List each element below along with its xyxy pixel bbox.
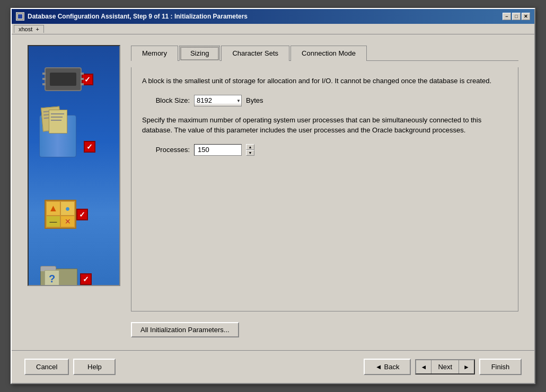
next-label[interactable]: Next xyxy=(431,360,459,373)
sidebar-item-2: ✓ xyxy=(39,115,95,168)
tab-sizing[interactable]: Sizing xyxy=(179,46,220,61)
footer: Cancel Help ◄ Back ◄ Next ► Finish xyxy=(12,350,534,383)
maximize-button[interactable]: □ xyxy=(512,13,521,20)
bottom-area: All Initialization Parameters... xyxy=(131,318,518,340)
xhost-bar: xhost + xyxy=(12,24,534,34)
tab-memory[interactable]: Memory xyxy=(131,46,178,61)
content-area: ✓ xyxy=(12,34,534,350)
block-size-label: Block Size: xyxy=(147,96,190,104)
title-bar-left: Database Configuration Assistant, Step 9… xyxy=(16,12,248,21)
bytes-label: Bytes xyxy=(246,96,263,104)
cancel-button[interactable]: Cancel xyxy=(24,359,69,375)
processes-row: Processes: ▲ ▼ xyxy=(147,144,507,156)
sidebar-illustration: ✓ xyxy=(28,45,120,286)
close-button[interactable]: ✕ xyxy=(522,13,530,20)
block-size-description: A block is the smallest unit of storage … xyxy=(142,76,507,86)
xhost-tab[interactable]: xhost + xyxy=(14,25,44,33)
processes-spinner: ▲ ▼ xyxy=(246,144,254,156)
sidebar-item-3: ▲ ● — ✕ ✓ xyxy=(45,200,88,229)
sidebar-item-4: ? ✓ xyxy=(40,261,92,286)
all-init-params-button[interactable]: All Initialization Parameters... xyxy=(131,322,239,337)
sidebar-item-1: ✓ xyxy=(45,67,93,91)
finish-button[interactable]: Finish xyxy=(479,359,522,375)
block-size-select-wrapper: 8192 ▼ xyxy=(194,95,242,106)
back-button[interactable]: ◄ Back xyxy=(364,359,411,375)
title-controls: − □ ✕ xyxy=(503,13,530,20)
help-button[interactable]: Help xyxy=(73,359,116,375)
tab-connection-mode[interactable]: Connection Mode xyxy=(290,46,367,61)
next-button-group[interactable]: ◄ Next ► xyxy=(415,359,475,375)
svg-rect-1 xyxy=(18,14,22,19)
main-window: Database Configuration Assistant, Step 9… xyxy=(11,8,535,384)
check-icon-4: ✓ xyxy=(80,273,92,285)
tab-character-sets[interactable]: Character Sets xyxy=(221,46,289,61)
block-size-row: Block Size: 8192 ▼ Bytes xyxy=(147,95,507,106)
footer-right-buttons: ◄ Back ◄ Next ► Finish xyxy=(364,359,522,375)
app-icon xyxy=(16,12,24,21)
check-icon-3: ✓ xyxy=(76,209,88,220)
minimize-button[interactable]: − xyxy=(503,13,511,20)
main-panel: Memory Sizing Character Sets Connection … xyxy=(131,45,518,340)
block-size-select[interactable]: 8192 xyxy=(194,95,242,106)
processes-label: Processes: xyxy=(147,146,190,154)
check-icon-2: ✓ xyxy=(84,141,95,153)
next-left-arrow-icon[interactable]: ◄ xyxy=(416,361,431,373)
footer-left-buttons: Cancel Help xyxy=(24,359,116,375)
processes-input[interactable] xyxy=(194,144,242,156)
back-arrow-icon: ◄ xyxy=(375,363,382,371)
spinner-up-button[interactable]: ▲ xyxy=(246,144,254,150)
window-title: Database Configuration Assistant, Step 9… xyxy=(28,13,248,20)
processes-description: Specify the maximum number of operating … xyxy=(142,115,507,136)
next-right-arrow-icon[interactable]: ► xyxy=(459,361,474,373)
title-bar: Database Configuration Assistant, Step 9… xyxy=(12,9,534,24)
sizing-tab-panel: A block is the smallest unit of storage … xyxy=(131,67,518,311)
spinner-down-button[interactable]: ▼ xyxy=(246,150,254,156)
tabs-container: Memory Sizing Character Sets Connection … xyxy=(131,45,518,61)
